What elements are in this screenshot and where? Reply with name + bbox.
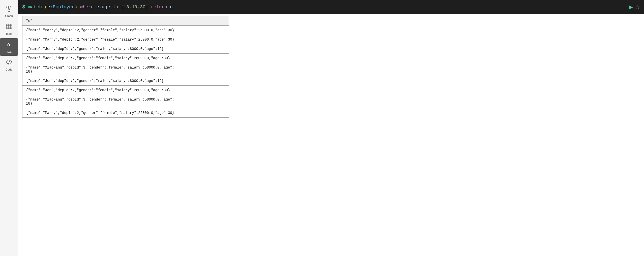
dollar-sign: $ xyxy=(22,4,25,10)
sidebar: Graph Table A Text xyxy=(0,0,18,256)
sidebar-text-label: Text xyxy=(6,50,11,53)
results-table: "e" {"name":"Marry","depId":2,"gender":"… xyxy=(22,16,229,118)
query-text[interactable]: match (e:Employee) where e.age in [18,19… xyxy=(28,5,625,10)
sidebar-item-table[interactable]: Table xyxy=(0,20,18,38)
table-cell: {"name":"Jen","depId":2,"gender":"female… xyxy=(22,86,229,95)
sidebar-graph-label: Graph xyxy=(5,14,13,17)
sidebar-item-text[interactable]: A Text xyxy=(0,38,18,56)
run-button[interactable]: ▶ xyxy=(629,4,633,10)
svg-text:A: A xyxy=(7,41,11,48)
table-row: {"name":"Marry","depId":2,"gender":"fema… xyxy=(22,35,229,44)
results-area[interactable]: "e" {"name":"Marry","depId":2,"gender":"… xyxy=(18,14,644,256)
table-row: {"name":"Jen","depId":2,"gender":"female… xyxy=(22,86,229,95)
table-cell: {"name":"Jen","depId":2,"gender":"male",… xyxy=(22,76,229,86)
svg-point-1 xyxy=(10,6,12,8)
column-header-e: "e" xyxy=(22,16,229,26)
sidebar-item-code[interactable]: Code xyxy=(0,56,18,74)
svg-line-4 xyxy=(8,8,9,10)
table-cell: {"name":"Jen","depId":2,"gender":"female… xyxy=(22,54,229,63)
table-row: {"name":"Marry","depId":2,"gender":"fema… xyxy=(22,108,229,118)
sidebar-item-graph[interactable]: Graph xyxy=(0,3,18,20)
query-bar: $ match (e:Employee) where e.age in [18,… xyxy=(18,0,644,14)
table-row: {"name":"XiaoFang","depId":3,"gender":"f… xyxy=(22,95,229,108)
table-cell: {"name":"XiaoFang","depId":3,"gender":"f… xyxy=(22,95,229,108)
sidebar-code-label: Code xyxy=(6,68,12,71)
graph-icon xyxy=(6,5,13,13)
svg-point-2 xyxy=(8,10,10,12)
table-cell: {"name":"Marry","depId":2,"gender":"fema… xyxy=(22,26,229,35)
table-row: {"name":"XiaoFang","depId":3,"gender":"f… xyxy=(22,63,229,76)
code-icon xyxy=(6,59,13,67)
table-icon xyxy=(6,23,13,31)
table-cell: {"name":"Marry","depId":2,"gender":"fema… xyxy=(22,108,229,118)
svg-line-5 xyxy=(9,8,10,10)
table-cell: {"name":"XiaoFang","depId":3,"gender":"f… xyxy=(22,63,229,76)
text-icon: A xyxy=(6,41,13,49)
table-row: {"name":"Jen","depId":2,"gender":"male",… xyxy=(22,44,229,54)
star-button[interactable]: ☆ xyxy=(635,4,640,10)
table-row: {"name":"Jen","depId":2,"gender":"female… xyxy=(22,54,229,63)
svg-rect-6 xyxy=(6,24,12,29)
table-row: {"name":"Marry","depId":2,"gender":"fema… xyxy=(22,26,229,35)
table-cell: {"name":"Marry","depId":2,"gender":"fema… xyxy=(22,35,229,44)
sidebar-table-label: Table xyxy=(6,32,12,35)
table-cell: {"name":"Jen","depId":2,"gender":"male",… xyxy=(22,44,229,54)
main-content: $ match (e:Employee) where e.age in [18,… xyxy=(18,0,644,256)
table-row: {"name":"Jen","depId":2,"gender":"male",… xyxy=(22,76,229,86)
svg-point-0 xyxy=(7,6,9,8)
svg-line-12 xyxy=(8,60,10,64)
